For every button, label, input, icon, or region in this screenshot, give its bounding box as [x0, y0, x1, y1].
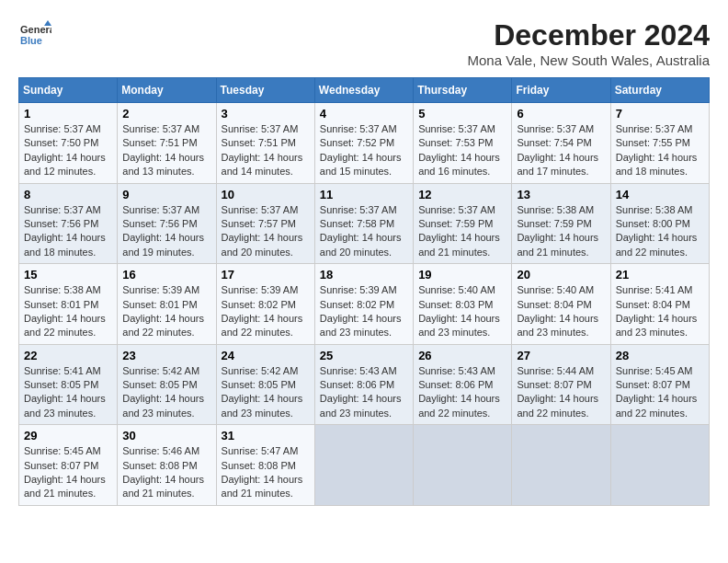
calendar-cell: 10Sunrise: 5:37 AMSunset: 7:57 PMDayligh…: [216, 183, 314, 264]
calendar-cell: 30Sunrise: 5:46 AMSunset: 8:08 PMDayligh…: [118, 425, 216, 506]
calendar-cell: 4Sunrise: 5:37 AMSunset: 7:52 PMDaylight…: [314, 103, 413, 184]
day-number: 22: [24, 349, 112, 362]
day-number: 3: [222, 107, 310, 121]
day-info: Sunrise: 5:41 AMSunset: 8:04 PMDaylight:…: [616, 283, 704, 340]
day-info: Sunrise: 5:47 AMSunset: 8:08 PMDaylight:…: [222, 444, 310, 501]
day-number: 25: [320, 349, 408, 362]
day-info: Sunrise: 5:40 AMSunset: 8:04 PMDaylight:…: [517, 283, 605, 340]
day-number: 14: [616, 188, 704, 201]
calendar-cell: 23Sunrise: 5:42 AMSunset: 8:05 PMDayligh…: [118, 344, 216, 425]
calendar-table: SundayMondayTuesdayWednesdayThursdayFrid…: [18, 77, 710, 506]
day-info: Sunrise: 5:43 AMSunset: 8:06 PMDaylight:…: [418, 364, 506, 421]
logo-icon: General Blue: [18, 18, 51, 52]
calendar-cell: 31Sunrise: 5:47 AMSunset: 8:08 PMDayligh…: [216, 425, 314, 506]
day-info: Sunrise: 5:39 AMSunset: 8:02 PMDaylight:…: [320, 283, 408, 340]
day-number: 8: [24, 188, 112, 201]
calendar-cell: 21Sunrise: 5:41 AMSunset: 8:04 PMDayligh…: [610, 264, 709, 345]
day-info: Sunrise: 5:37 AMSunset: 7:59 PMDaylight:…: [418, 203, 506, 260]
day-number: 18: [320, 268, 408, 282]
day-number: 26: [418, 349, 506, 362]
day-number: 24: [222, 349, 310, 362]
calendar-cell: 3Sunrise: 5:37 AMSunset: 7:51 PMDaylight…: [216, 103, 314, 184]
day-number: 16: [122, 268, 210, 282]
day-info: Sunrise: 5:42 AMSunset: 8:05 PMDaylight:…: [222, 364, 310, 421]
calendar-cell: 29Sunrise: 5:45 AMSunset: 8:07 PMDayligh…: [19, 425, 118, 506]
day-info: Sunrise: 5:37 AMSunset: 7:51 PMDaylight:…: [122, 122, 210, 179]
calendar-cell: 12Sunrise: 5:37 AMSunset: 7:59 PMDayligh…: [414, 183, 512, 264]
day-info: Sunrise: 5:37 AMSunset: 7:58 PMDaylight:…: [320, 203, 408, 260]
calendar-cell: 5Sunrise: 5:37 AMSunset: 7:53 PMDaylight…: [414, 103, 512, 184]
calendar-cell: 16Sunrise: 5:39 AMSunset: 8:01 PMDayligh…: [118, 264, 216, 345]
day-info: Sunrise: 5:37 AMSunset: 7:54 PMDaylight:…: [517, 122, 605, 179]
day-number: 9: [122, 188, 210, 201]
day-number: 5: [418, 107, 506, 121]
day-info: Sunrise: 5:37 AMSunset: 7:53 PMDaylight:…: [418, 122, 506, 179]
day-info: Sunrise: 5:40 AMSunset: 8:03 PMDaylight:…: [418, 283, 506, 340]
title-area: December 2024 Mona Vale, New South Wales…: [468, 18, 710, 68]
day-number: 11: [320, 188, 408, 201]
day-number: 21: [616, 268, 704, 282]
day-number: 2: [122, 107, 210, 121]
calendar-week-3: 15Sunrise: 5:38 AMSunset: 8:01 PMDayligh…: [19, 264, 710, 345]
day-number: 13: [517, 188, 605, 201]
day-number: 1: [24, 107, 112, 121]
calendar-cell: 26Sunrise: 5:43 AMSunset: 8:06 PMDayligh…: [414, 344, 512, 425]
day-header-friday: Friday: [512, 78, 610, 103]
day-header-tuesday: Tuesday: [216, 78, 314, 103]
calendar-cell: 7Sunrise: 5:37 AMSunset: 7:55 PMDaylight…: [610, 103, 709, 184]
day-info: Sunrise: 5:37 AMSunset: 7:56 PMDaylight:…: [122, 203, 210, 260]
page-header: General Blue December 2024 Mona Vale, Ne…: [18, 18, 710, 68]
day-info: Sunrise: 5:41 AMSunset: 8:05 PMDaylight:…: [24, 364, 112, 421]
calendar-title: December 2024: [468, 18, 710, 52]
day-info: Sunrise: 5:38 AMSunset: 8:01 PMDaylight:…: [24, 283, 112, 340]
day-number: 7: [616, 107, 704, 121]
day-number: 4: [320, 107, 408, 121]
calendar-cell: [414, 425, 512, 506]
day-info: Sunrise: 5:37 AMSunset: 7:52 PMDaylight:…: [320, 122, 408, 179]
day-number: 27: [517, 349, 605, 362]
calendar-subtitle: Mona Vale, New South Wales, Australia: [468, 52, 710, 68]
calendar-week-1: 1Sunrise: 5:37 AMSunset: 7:50 PMDaylight…: [19, 103, 710, 184]
calendar-cell: 11Sunrise: 5:37 AMSunset: 7:58 PMDayligh…: [314, 183, 413, 264]
day-header-monday: Monday: [118, 78, 216, 103]
calendar-cell: 8Sunrise: 5:37 AMSunset: 7:56 PMDaylight…: [19, 183, 118, 264]
day-info: Sunrise: 5:37 AMSunset: 7:50 PMDaylight:…: [24, 122, 112, 179]
day-info: Sunrise: 5:44 AMSunset: 8:07 PMDaylight:…: [517, 364, 605, 421]
day-info: Sunrise: 5:42 AMSunset: 8:05 PMDaylight:…: [122, 364, 210, 421]
day-info: Sunrise: 5:46 AMSunset: 8:08 PMDaylight:…: [122, 444, 210, 501]
day-info: Sunrise: 5:37 AMSunset: 7:55 PMDaylight:…: [616, 122, 704, 179]
calendar-cell: 14Sunrise: 5:38 AMSunset: 8:00 PMDayligh…: [610, 183, 709, 264]
day-info: Sunrise: 5:37 AMSunset: 7:56 PMDaylight:…: [24, 203, 112, 260]
day-number: 29: [24, 429, 112, 442]
day-info: Sunrise: 5:45 AMSunset: 8:07 PMDaylight:…: [24, 444, 112, 501]
calendar-cell: [512, 425, 610, 506]
calendar-week-5: 29Sunrise: 5:45 AMSunset: 8:07 PMDayligh…: [19, 425, 710, 506]
day-number: 12: [418, 188, 506, 201]
calendar-week-4: 22Sunrise: 5:41 AMSunset: 8:05 PMDayligh…: [19, 344, 710, 425]
calendar-cell: 28Sunrise: 5:45 AMSunset: 8:07 PMDayligh…: [610, 344, 709, 425]
calendar-cell: 19Sunrise: 5:40 AMSunset: 8:03 PMDayligh…: [414, 264, 512, 345]
calendar-cell: 24Sunrise: 5:42 AMSunset: 8:05 PMDayligh…: [216, 344, 314, 425]
calendar-cell: 25Sunrise: 5:43 AMSunset: 8:06 PMDayligh…: [314, 344, 413, 425]
logo: General Blue: [18, 18, 55, 52]
calendar-cell: [314, 425, 413, 506]
calendar-cell: 15Sunrise: 5:38 AMSunset: 8:01 PMDayligh…: [19, 264, 118, 345]
day-info: Sunrise: 5:45 AMSunset: 8:07 PMDaylight:…: [616, 364, 704, 421]
calendar-cell: 20Sunrise: 5:40 AMSunset: 8:04 PMDayligh…: [512, 264, 610, 345]
day-header-thursday: Thursday: [414, 78, 512, 103]
calendar-cell: 1Sunrise: 5:37 AMSunset: 7:50 PMDaylight…: [19, 103, 118, 184]
day-info: Sunrise: 5:43 AMSunset: 8:06 PMDaylight:…: [320, 364, 408, 421]
day-header-wednesday: Wednesday: [314, 78, 413, 103]
day-number: 23: [122, 349, 210, 362]
calendar-cell: 17Sunrise: 5:39 AMSunset: 8:02 PMDayligh…: [216, 264, 314, 345]
day-header-sunday: Sunday: [19, 78, 118, 103]
calendar-cell: 27Sunrise: 5:44 AMSunset: 8:07 PMDayligh…: [512, 344, 610, 425]
day-info: Sunrise: 5:37 AMSunset: 7:57 PMDaylight:…: [222, 203, 310, 260]
day-info: Sunrise: 5:39 AMSunset: 8:02 PMDaylight:…: [222, 283, 310, 340]
day-info: Sunrise: 5:38 AMSunset: 7:59 PMDaylight:…: [517, 203, 605, 260]
calendar-cell: 13Sunrise: 5:38 AMSunset: 7:59 PMDayligh…: [512, 183, 610, 264]
day-info: Sunrise: 5:39 AMSunset: 8:01 PMDaylight:…: [122, 283, 210, 340]
day-number: 31: [222, 429, 310, 442]
day-number: 30: [122, 429, 210, 442]
day-number: 17: [222, 268, 310, 282]
